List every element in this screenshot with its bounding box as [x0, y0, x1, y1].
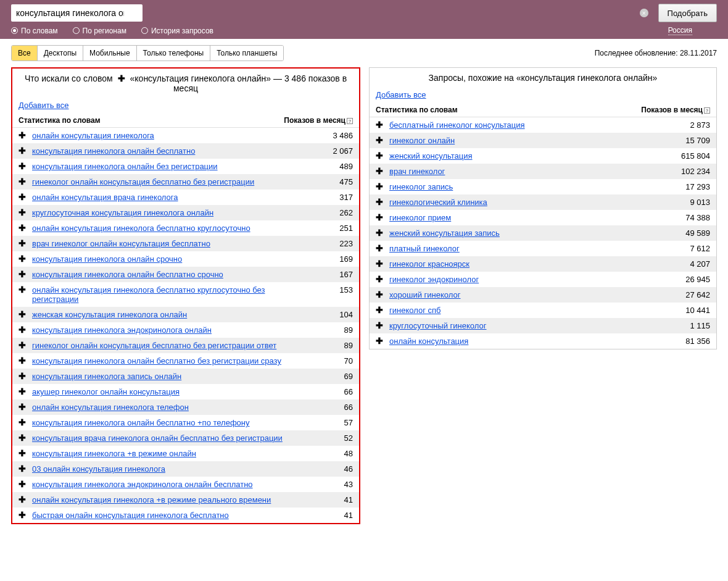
keyword-link[interactable]: онлайн консультация врача гинеколога — [32, 193, 310, 202]
radio-row: По словам По регионам История запросов Р… — [11, 26, 717, 39]
keyword-link[interactable]: женский консультация запись — [389, 228, 667, 238]
keyword-link[interactable]: врач гинеколог — [389, 167, 667, 176]
keyword-link[interactable]: консультация гинеколога запись онлайн — [32, 372, 310, 381]
keyword-link[interactable]: онлайн консультация гинеколога телефон — [32, 403, 310, 412]
keyword-link[interactable]: платный гинеколог — [389, 244, 667, 253]
search-input[interactable] — [11, 4, 143, 22]
plus-icon[interactable]: ✚ — [19, 177, 27, 186]
plus-icon[interactable]: ✚ — [376, 151, 384, 160]
plus-icon[interactable]: ✚ — [376, 228, 384, 237]
count-value: 9 013 — [667, 198, 710, 207]
radio-by-regions[interactable]: По регионам — [73, 27, 126, 35]
submit-button[interactable]: Подобрать — [658, 4, 717, 22]
keyword-link[interactable]: 03 онлайн консультация гинеколога — [32, 464, 310, 474]
keyword-link[interactable]: консультация гинеколога онлайн без регис… — [32, 162, 310, 171]
keyword-link[interactable]: хороший гинеколог — [389, 290, 667, 299]
keyword-link[interactable]: бесплатный гинеколог консультация — [389, 120, 667, 130]
keyword-link[interactable]: женская консультация гинеколога онлайн — [32, 310, 310, 319]
keyword-link[interactable]: онлайн консультация гинеколога — [32, 131, 310, 140]
radio-history[interactable]: История запросов — [141, 27, 213, 35]
keyword-link[interactable]: консультация гинеколога +в режиме онлайн — [32, 449, 310, 458]
plus-icon[interactable]: ✚ — [19, 387, 27, 396]
count-value: 41 — [310, 495, 353, 504]
radio-by-words[interactable]: По словам — [11, 27, 58, 35]
keyword-link[interactable]: гинеколог онлайн — [389, 136, 667, 145]
plus-icon[interactable]: ✚ — [19, 433, 27, 442]
keyword-link[interactable]: быстрая онлайн консультация гинеколога б… — [32, 511, 310, 520]
plus-icon[interactable]: ✚ — [19, 480, 27, 488]
plus-icon[interactable]: ✚ — [19, 208, 27, 217]
plus-icon[interactable]: ✚ — [19, 449, 27, 458]
keyword-link[interactable]: консультация гинеколога онлайн срочно — [32, 254, 310, 264]
plus-icon[interactable]: ✚ — [376, 136, 384, 144]
plus-icon[interactable]: ✚ — [19, 325, 27, 334]
plus-icon[interactable]: ✚ — [376, 336, 384, 345]
keyword-link[interactable]: акушер гинеколог онлайн консультация — [32, 387, 310, 396]
plus-icon[interactable]: ✚ — [376, 306, 384, 314]
keyword-link[interactable]: консультация гинеколога онлайн бесплатно… — [32, 270, 310, 279]
plus-icon[interactable]: ✚ — [19, 193, 27, 201]
tab-mobile[interactable]: Мобильные — [83, 46, 137, 61]
plus-icon[interactable]: ✚ — [19, 403, 27, 411]
keyword-link[interactable]: врач гинеколог онлайн консультация беспл… — [32, 239, 310, 248]
plus-icon[interactable]: ✚ — [19, 310, 27, 319]
keyword-link[interactable]: круглосуточная консультация гинеколога о… — [32, 208, 310, 217]
plus-icon[interactable]: ✚ — [376, 213, 384, 222]
keyword-link[interactable]: консультация гинеколога онлайн бесплатно… — [32, 356, 310, 366]
keyword-link[interactable]: консультация гинеколога онлайн бесплатно… — [32, 418, 310, 427]
help-icon[interactable]: ? — [347, 118, 353, 124]
plus-icon[interactable]: ✚ — [19, 495, 27, 504]
region-link[interactable]: Россия — [668, 26, 692, 35]
plus-icon[interactable]: ✚ — [19, 285, 27, 294]
keyword-link[interactable]: онлайн консультация гинеколога бесплатно… — [32, 224, 310, 233]
plus-icon[interactable]: ✚ — [19, 146, 27, 155]
plus-icon[interactable]: ✚ — [19, 511, 27, 519]
tab-phones[interactable]: Только телефоны — [137, 46, 211, 61]
plus-icon[interactable]: ✚ — [19, 270, 27, 278]
help-icon[interactable]: ? — [704, 107, 710, 114]
add-all-link[interactable]: Добавить все — [12, 98, 75, 114]
tab-all[interactable]: Все — [12, 46, 38, 61]
keyword-link[interactable]: гинеколог эндокринолог — [389, 275, 667, 284]
keyword-link[interactable]: консультация гинеколога эндокринолога он… — [32, 480, 310, 489]
keyword-link[interactable]: круглосуточный гинеколог — [389, 321, 667, 330]
keyword-link[interactable]: онлайн консультация — [389, 336, 667, 346]
plus-icon[interactable]: ✚ — [376, 182, 384, 191]
plus-icon[interactable]: ✚ — [376, 321, 384, 330]
tab-tablets[interactable]: Только планшеты — [210, 46, 283, 61]
keyword-link[interactable]: гинеколог запись — [389, 182, 667, 191]
radio-label: По регионам — [83, 27, 126, 35]
keyword-link[interactable]: консультация гинеколога онлайн бесплатно — [32, 146, 310, 156]
plus-icon[interactable]: ✚ — [376, 259, 384, 268]
plus-icon[interactable]: ✚ — [376, 167, 384, 175]
plus-icon[interactable]: ✚ — [19, 254, 27, 263]
keyword-link[interactable]: гинеколог прием — [389, 213, 667, 222]
plus-icon[interactable]: ✚ — [19, 239, 27, 248]
plus-icon[interactable]: ✚ — [19, 341, 27, 349]
plus-icon[interactable]: ✚ — [19, 372, 27, 380]
plus-icon[interactable]: ✚ — [376, 120, 384, 129]
plus-icon[interactable]: ✚ — [19, 224, 27, 232]
plus-icon[interactable]: ✚ — [376, 275, 384, 283]
keyword-link[interactable]: консультация врача гинеколога онлайн бес… — [32, 433, 310, 443]
keyword-link[interactable]: онлайн консультация гинеколога бесплатно… — [32, 285, 310, 304]
plus-icon[interactable]: ✚ — [376, 290, 384, 299]
keyword-link[interactable]: гинекологический клиника — [389, 198, 667, 207]
plus-icon[interactable]: ✚ — [19, 418, 27, 427]
keyword-link[interactable]: гинеколог онлайн консультация бесплатно … — [32, 177, 310, 186]
keyword-link[interactable]: женский консультация — [389, 151, 667, 161]
keyword-link[interactable]: гинеколог красноярск — [389, 259, 667, 269]
plus-icon[interactable]: ✚ — [19, 131, 27, 140]
plus-icon[interactable]: ✚ — [19, 464, 27, 473]
close-icon[interactable]: × — [640, 9, 648, 17]
keyword-link[interactable]: онлайн консультация гинеколога +в режиме… — [32, 495, 310, 504]
keyword-link[interactable]: гинеколог онлайн консультация бесплатно … — [32, 341, 310, 350]
add-all-link[interactable]: Добавить все — [370, 88, 432, 103]
keyword-link[interactable]: гинеколог спб — [389, 306, 667, 315]
plus-icon[interactable]: ✚ — [376, 198, 384, 206]
plus-icon[interactable]: ✚ — [376, 244, 384, 253]
keyword-link[interactable]: консультация гинеколога эндокринолога он… — [32, 325, 310, 335]
plus-icon[interactable]: ✚ — [19, 356, 27, 365]
tab-desktop[interactable]: Десктопы — [38, 46, 83, 61]
plus-icon[interactable]: ✚ — [19, 162, 27, 170]
